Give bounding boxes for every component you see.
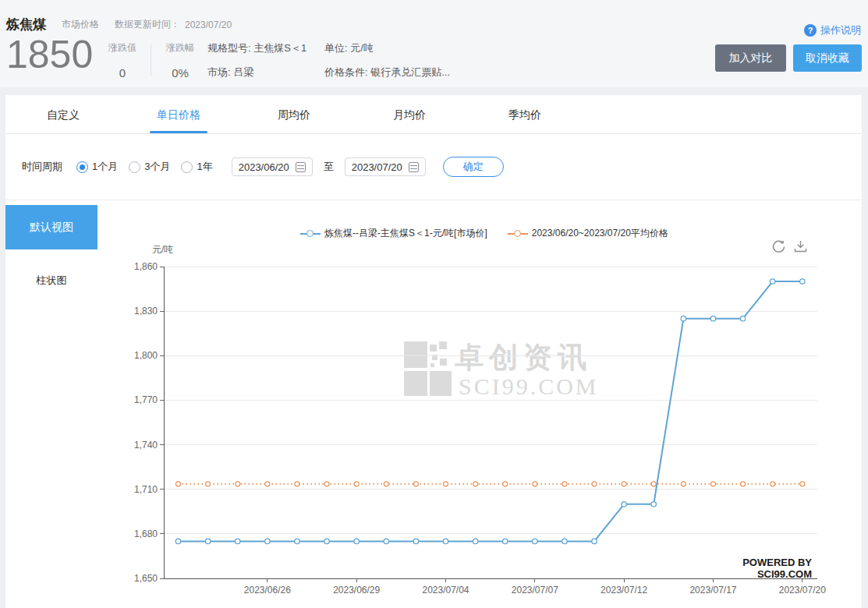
tab-weekly-avg[interactable]: 周均价 [236,95,352,133]
y-axis-unit-label: 元/吨 [152,243,173,256]
help-label: 操作说明 [820,23,861,37]
radio-1year-label: 1年 [197,160,212,174]
line-circle-marker-icon [300,230,321,238]
change-value: 0 [100,66,145,80]
radio-3months-label: 3个月 [144,160,170,174]
calendar-icon [409,162,419,172]
svg-text:卓创资讯: 卓创资讯 [455,341,592,373]
svg-text:2023/07/12: 2023/07/12 [601,585,647,596]
svg-text:2023/07/04: 2023/07/04 [422,585,469,596]
powered-by-label: POWERED BY SCI99.COM [696,557,812,580]
change-value-label: 涨跌值 [100,41,145,55]
help-link[interactable]: ? 操作说明 [804,23,861,37]
title-row: 炼焦煤 市场价格 数据更新时间： 2023/07/20 [6,16,232,34]
svg-text:2023/06/26: 2023/06/26 [244,585,291,596]
chart-legend: 炼焦煤--吕梁-主焦煤S＜1-元/吨[市场价] 2023/06/20~2023/… [130,227,862,240]
start-date-value: 2023/06/20 [239,161,289,173]
divider [151,44,151,76]
price-chart: 炼焦煤--吕梁-主焦煤S＜1-元/吨[市场价] 2023/06/20~2023/… [130,200,862,608]
end-date-value: 2023/07/20 [352,161,402,173]
chart-section: 默认视图 柱状图 炼焦煤--吕梁-主焦煤S＜1-元/吨[市场价] 2023/06… [5,200,862,608]
radio-1month[interactable]: 1个月 [76,160,118,174]
change-pct: 0% [158,66,203,80]
add-compare-button[interactable]: 加入对比 [715,44,786,72]
radio-icon [76,161,88,173]
calendar-icon [296,162,306,172]
filter-panel: 时间周期 1个月 3个月 1年 2023/06/20 至 2023/07/20 … [5,134,862,200]
confirm-button[interactable]: 确定 [443,157,504,177]
radio-3months[interactable]: 3个月 [129,160,170,174]
unfavorite-button[interactable]: 取消收藏 [793,44,862,72]
svg-text:2023/06/29: 2023/06/29 [333,585,380,596]
legend-item-market-price[interactable]: 炼焦煤--吕梁-主焦煤S＜1-元/吨[市场价] [300,227,487,240]
svg-text:2023/07/17: 2023/07/17 [689,585,736,596]
radio-1month-label: 1个月 [92,160,118,174]
svg-text:1,680: 1,680 [134,528,158,539]
y-axis: 1,6501,6801,7101,7401,7701,8001,8301,860 [134,261,817,584]
page-title: 炼焦煤 [6,16,46,34]
svg-text:2023/07/07: 2023/07/07 [512,585,558,596]
svg-text:1,650: 1,650 [134,573,158,584]
period-label: 时间周期 [22,160,62,174]
refresh-icon[interactable] [771,239,786,254]
page-header: 炼焦煤 市场价格 数据更新时间： 2023/07/20 ? 操作说明 1850 … [0,0,868,87]
radio-icon [181,161,193,173]
series-market-price-line [175,279,805,544]
chart-toolbar [771,239,808,254]
question-icon: ? [804,24,817,37]
change-value-block: 涨跌值 0 [100,41,145,80]
svg-text:2023/07/20: 2023/07/20 [779,585,826,596]
tab-custom[interactable]: 自定义 [5,95,121,133]
line-circle-marker-icon [508,230,528,238]
svg-text:1,710: 1,710 [134,484,158,495]
sidebar-item-bar-chart[interactable]: 柱状图 [5,269,97,292]
watermark: 卓创资讯SCI99.COM [404,341,599,399]
market-label: 市场: 吕梁 [207,65,306,80]
legend-average-price-label: 2023/06/20~2023/07/20平均价格 [532,227,668,240]
update-time-value: 2023/07/20 [185,19,232,30]
svg-text:1,860: 1,860 [134,261,158,272]
svg-text:1,740: 1,740 [134,440,158,451]
price-type-label: 市场价格 [62,18,99,31]
series-average-line [176,482,805,486]
tab-quarterly-avg[interactable]: 季均价 [467,95,583,133]
end-date-input[interactable]: 2023/07/20 [345,157,426,176]
chart-canvas: 卓创资讯SCI99.COM1,6501,6801,7101,7401,7701,… [130,200,862,608]
svg-text:1,800: 1,800 [134,350,158,361]
svg-text:1,770: 1,770 [134,394,158,405]
radio-1year[interactable]: 1年 [181,160,212,174]
sidebar-item-default-view[interactable]: 默认视图 [5,205,97,249]
download-icon[interactable] [793,239,808,254]
spec-label: 规格型号: 主焦煤S＜1 [207,41,306,55]
legend-market-price-label: 炼焦煤--吕梁-主焦煤S＜1-元/吨[市场价] [324,227,487,240]
radio-icon [129,161,140,173]
filter-row: 时间周期 1个月 3个月 1年 2023/06/20 至 2023/07/20 … [22,153,504,181]
legend-item-average-price[interactable]: 2023/06/20~2023/07/20平均价格 [508,227,668,240]
svg-text:1,830: 1,830 [134,306,158,316]
start-date-input[interactable]: 2023/06/20 [232,157,313,176]
x-axis: 2023/06/262023/06/292023/07/042023/07/07… [164,578,826,596]
update-time-label: 数据更新时间： [115,18,180,31]
change-pct-label: 涨跌幅 [158,41,203,55]
tab-daily-price[interactable]: 单日价格 [121,95,236,133]
to-label: 至 [324,160,334,174]
tab-monthly-avg[interactable]: 月均价 [352,95,467,133]
unit-column: 单位: 元/吨 价格条件: 银行承兑汇票贴... [324,41,450,80]
spec-column: 规格型号: 主焦煤S＜1 市场: 吕梁 [207,41,306,80]
change-pct-block: 涨跌幅 0% [158,41,203,80]
condition-label: 价格条件: 银行承兑汇票贴... [324,65,450,80]
svg-text:SCI99.COM: SCI99.COM [459,373,599,399]
unit-label: 单位: 元/吨 [324,41,450,55]
tab-bar: 自定义 单日价格 周均价 月均价 季均价 [5,95,862,134]
current-price: 1850 [6,34,93,75]
